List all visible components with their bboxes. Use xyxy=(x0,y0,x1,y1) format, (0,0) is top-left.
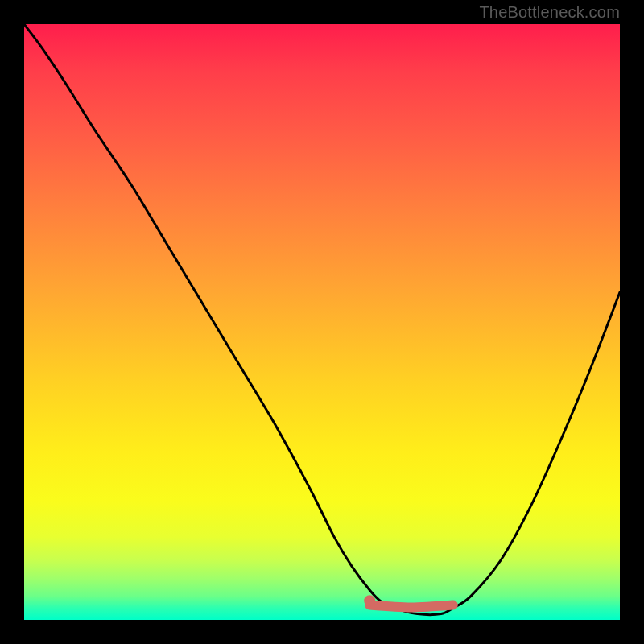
curve-svg xyxy=(24,24,620,620)
optimal-range-marker xyxy=(369,605,453,608)
chart-frame: TheBottleneck.com xyxy=(0,0,644,644)
plot-area xyxy=(24,24,620,620)
optimal-point-marker xyxy=(364,595,375,606)
watermark-text: TheBottleneck.com xyxy=(479,3,620,22)
bottleneck-curve-path xyxy=(24,24,620,615)
